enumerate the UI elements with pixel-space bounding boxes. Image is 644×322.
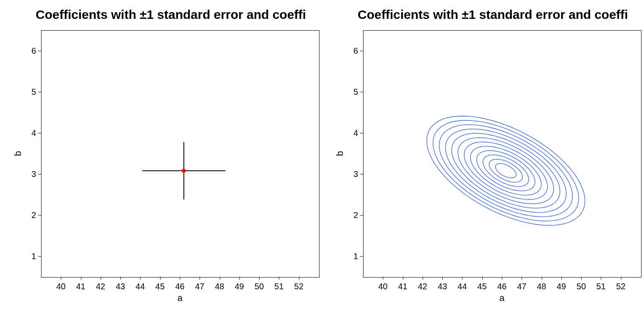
y-tick: 2 xyxy=(38,215,41,216)
panels-row: Coefficients with ±1 standard error and … xyxy=(0,0,644,322)
x-tick: 45 xyxy=(482,277,483,280)
y-tick-label: 2 xyxy=(353,210,358,220)
x-tick-label: 48 xyxy=(215,282,224,291)
x-axis-label: a xyxy=(499,293,504,304)
x-tick-label: 44 xyxy=(457,282,467,291)
x-tick-label: 46 xyxy=(497,282,506,291)
x-tick-label: 44 xyxy=(135,282,145,291)
x-tick-label: 51 xyxy=(274,282,283,291)
x-tick: 46 xyxy=(180,277,180,280)
x-tick-label: 47 xyxy=(517,282,526,291)
x-tick-label: 51 xyxy=(596,282,605,291)
x-tick: 50 xyxy=(581,277,582,280)
chart-title: Coefficients with ±1 standard error and … xyxy=(36,8,322,22)
y-axis-label: b xyxy=(335,151,345,156)
y-tick: 3 xyxy=(360,174,363,174)
x-tick-label: 45 xyxy=(156,282,165,291)
x-axis-label: a xyxy=(177,293,182,304)
y-tick: 2 xyxy=(360,215,363,216)
x-tick-label: 52 xyxy=(294,282,304,291)
y-tick: 5 xyxy=(360,92,363,92)
x-tick-label: 41 xyxy=(398,282,407,291)
x-tick: 49 xyxy=(561,277,562,280)
y-tick: 5 xyxy=(38,92,41,92)
x-tick-label: 40 xyxy=(56,282,65,291)
x-tick: 43 xyxy=(120,277,121,280)
y-tick-label: 1 xyxy=(353,252,358,261)
x-tick: 51 xyxy=(279,277,279,280)
x-tick-label: 42 xyxy=(418,282,427,291)
x-tick: 40 xyxy=(61,277,61,280)
x-tick-label: 45 xyxy=(478,282,487,291)
x-tick: 41 xyxy=(403,277,403,280)
y-tick-label: 6 xyxy=(353,46,358,56)
x-tick: 44 xyxy=(462,277,462,280)
y-tick: 4 xyxy=(360,133,363,133)
x-tick: 42 xyxy=(423,277,423,280)
x-tick: 52 xyxy=(299,277,299,280)
x-tick: 52 xyxy=(621,277,621,280)
x-tick: 41 xyxy=(81,277,81,280)
y-axis-label: b xyxy=(13,151,23,156)
x-tick-label: 52 xyxy=(616,282,626,291)
y-tick: 3 xyxy=(38,174,41,174)
x-tick-label: 50 xyxy=(576,282,586,291)
x-tick: 48 xyxy=(220,277,220,280)
y-tick-label: 4 xyxy=(31,128,36,138)
y-tick-label: 1 xyxy=(31,252,36,261)
y-tick: 4 xyxy=(38,133,41,133)
y-tick: 1 xyxy=(38,256,41,257)
x-tick: 47 xyxy=(200,277,200,280)
chart-title: Coefficients with ±1 standard error and … xyxy=(358,8,644,22)
x-tick-label: 46 xyxy=(175,282,184,291)
plot-area xyxy=(363,30,641,278)
y-tick-label: 3 xyxy=(31,169,36,179)
y-tick: 6 xyxy=(360,51,363,51)
x-tick: 51 xyxy=(601,277,601,280)
y-tick-label: 6 xyxy=(31,46,36,56)
x-tick-label: 40 xyxy=(378,282,387,291)
x-tick-label: 47 xyxy=(195,282,204,291)
y-tick-label: 5 xyxy=(31,87,36,97)
x-tick-label: 50 xyxy=(254,282,264,291)
x-tick-label: 49 xyxy=(557,282,566,291)
x-tick: 42 xyxy=(101,277,101,280)
x-tick: 40 xyxy=(383,277,383,280)
plot-area xyxy=(41,30,319,278)
x-tick-label: 48 xyxy=(537,282,546,291)
right-panel: Coefficients with ±1 standard error and … xyxy=(322,0,644,322)
x-tick-label: 43 xyxy=(116,282,125,291)
x-tick-label: 41 xyxy=(76,282,85,291)
y-tick: 1 xyxy=(360,256,363,257)
x-tick: 44 xyxy=(140,277,140,280)
x-tick: 48 xyxy=(542,277,542,280)
y-tick-label: 3 xyxy=(353,169,358,179)
y-tick-label: 2 xyxy=(31,210,36,220)
x-tick: 47 xyxy=(522,277,522,280)
y-tick-label: 4 xyxy=(353,128,358,138)
y-tick: 6 xyxy=(38,51,41,51)
y-tick-label: 5 xyxy=(353,87,358,97)
x-tick: 43 xyxy=(442,277,443,280)
left-panel: Coefficients with ±1 standard error and … xyxy=(0,0,322,322)
x-tick: 45 xyxy=(160,277,161,280)
x-tick: 46 xyxy=(502,277,502,280)
x-tick-label: 43 xyxy=(438,282,447,291)
x-tick-label: 49 xyxy=(235,282,244,291)
x-tick-label: 42 xyxy=(96,282,105,291)
x-tick: 49 xyxy=(239,277,240,280)
x-tick: 50 xyxy=(259,277,260,280)
